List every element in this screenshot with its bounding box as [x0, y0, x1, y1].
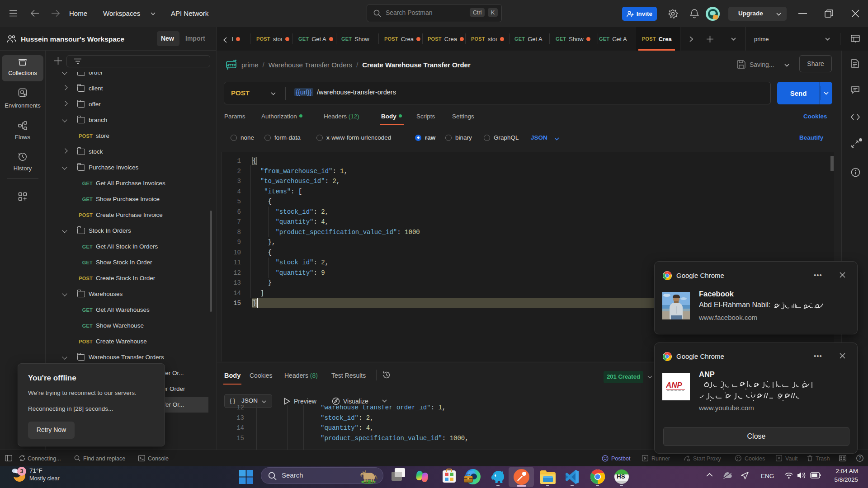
svg-text:?: ?: [859, 456, 861, 461]
svg-text:HTTP: HTTP: [226, 63, 236, 67]
svg-text:ANP: ANP: [666, 381, 683, 389]
